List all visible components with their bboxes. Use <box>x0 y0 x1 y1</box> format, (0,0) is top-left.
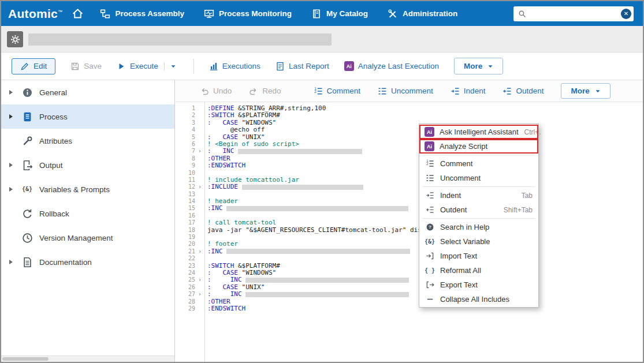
analyze-last-execution-button[interactable]: Ai Analyze Last Execution <box>344 61 439 71</box>
execute-button[interactable]: Execute <box>117 62 158 71</box>
fold-spacer <box>195 141 204 148</box>
script-editor[interactable]: 1:DEFINE &STRING_ARR#,string,1002:SWITCH… <box>176 102 643 362</box>
line-number: 11 <box>176 177 195 184</box>
code-line[interactable]: 12›:INCLUDE <box>176 184 643 190</box>
code-line[interactable]: 11! include tomcattool.jar <box>176 177 643 184</box>
code-line[interactable]: 14! header <box>176 198 643 205</box>
expand-chevron-icon[interactable] <box>9 114 13 119</box>
toolbar-divider <box>193 59 194 74</box>
code-line[interactable]: 6! <Begin of sudo script> <box>176 141 643 148</box>
scrollbar-thumb[interactable] <box>2 357 49 361</box>
context-menu-item-export-text[interactable]: Export Text <box>419 278 538 292</box>
fold-chevron-icon[interactable]: › <box>195 148 204 155</box>
ai-icon: Ai <box>425 141 434 151</box>
indent-button[interactable]: Indent <box>451 87 486 96</box>
fold-spacer <box>195 227 204 234</box>
redo-button[interactable]: Redo <box>249 87 281 96</box>
more-label: More <box>571 87 589 95</box>
chevron-down-icon <box>487 63 493 69</box>
save-button[interactable]: Save <box>70 62 102 71</box>
context-menu-item-reformat-all[interactable]: { }Reformat All <box>419 263 538 278</box>
fold-chevron-icon[interactable]: › <box>195 276 204 283</box>
expand-chevron-icon[interactable] <box>9 90 13 95</box>
nav-item-process-assembly[interactable]: Process Assembly <box>100 9 184 19</box>
code-line[interactable]: 26: CASE "UNIX" <box>176 284 643 291</box>
report-icon <box>276 62 285 71</box>
fold-chevron-icon[interactable]: › <box>195 248 204 255</box>
editor-more-button[interactable]: More <box>561 83 610 99</box>
search-input[interactable] <box>530 9 621 18</box>
menu-item-label: Reformat All <box>440 266 481 275</box>
code-line[interactable]: 27›: INC <box>176 291 643 298</box>
expand-chevron-icon[interactable] <box>9 260 13 264</box>
fold-chevron-icon[interactable]: › <box>195 291 204 298</box>
code-line[interactable]: 19 <box>176 234 643 241</box>
code-line[interactable]: 29:ENDSWITCH <box>176 305 643 312</box>
context-menu-item-search-in-help[interactable]: ?Search in Help <box>419 220 538 234</box>
menu-item-label: Import Text <box>440 252 477 260</box>
line-number: 29 <box>176 305 195 312</box>
code-line[interactable]: 9:ENDSWITCH <box>176 162 643 169</box>
nav-item-my-catalog[interactable]: My Catalog <box>311 9 368 19</box>
context-menu-item-import-text[interactable]: Import Text <box>419 249 538 263</box>
redacted-text-block <box>226 206 408 211</box>
context-menu-item-select-variable[interactable]: {&}Select Variable <box>419 234 538 249</box>
search-clear-button[interactable]: ✕ <box>621 9 631 19</box>
sidebar-item-general[interactable]: General <box>1 80 174 104</box>
redo-icon <box>249 87 258 96</box>
code-line[interactable]: 18java -jar "&$AGENT_RESOURCES_CLIENT#to… <box>176 227 643 234</box>
home-icon[interactable] <box>72 8 84 20</box>
code-line[interactable]: 28:OTHER <box>176 298 643 305</box>
context-menu-item-uncomment[interactable]: Uncomment <box>419 171 538 185</box>
context-menu-item-ask-intelligent-assistant[interactable]: AiAsk Intelligent AssistantCtrl+. <box>419 125 538 139</box>
fold-chevron-icon[interactable]: › <box>195 184 204 190</box>
sidebar-item-variables-prompts[interactable]: {&}Variables & Prompts <box>1 177 174 201</box>
sidebar-item-output[interactable]: Output <box>1 153 174 177</box>
sidebar-item-attributes[interactable]: Attributes <box>1 129 174 153</box>
execute-dropdown-button[interactable] <box>164 62 178 70</box>
comment-button[interactable]: 12 Comment <box>314 87 361 96</box>
toolbar-more-button[interactable]: More <box>454 58 503 74</box>
context-menu-item-comment[interactable]: 12Comment <box>419 156 538 171</box>
sidebar-item-rollback[interactable]: Rollback <box>1 201 174 226</box>
search-icon <box>518 10 526 18</box>
code-line[interactable]: 20! footer <box>176 241 643 248</box>
sidebar-item-documentation[interactable]: Documentation <box>1 250 174 274</box>
expand-chevron-icon[interactable] <box>9 163 13 167</box>
menu-item-label: Comment <box>440 159 472 168</box>
code-line[interactable]: 15:INC <box>176 205 643 212</box>
context-menu-item-collapse-all-includes[interactable]: Collapse All Includes <box>419 292 538 306</box>
code-line[interactable]: 8:OTHER <box>176 155 643 162</box>
sidebar-item-process[interactable]: Process <box>1 104 174 129</box>
undo-button[interactable]: Undo <box>200 87 232 96</box>
sidebar-item-version-management[interactable]: Version Management <box>1 226 174 250</box>
code-line[interactable]: 24: CASE "WINDOWS" <box>176 270 643 276</box>
comment-icon: 12 <box>314 87 323 96</box>
import-icon <box>425 251 435 261</box>
object-toolbar: Edit Save Execute Executions Last Report… <box>1 53 643 80</box>
last-report-button[interactable]: Last Report <box>276 62 329 71</box>
sidebar-item-label: Rollback <box>39 209 69 218</box>
undo-icon <box>200 87 209 96</box>
context-menu-item-analyze-script[interactable]: AiAnalyze Script <box>419 139 538 154</box>
nav-item-process-monitoring[interactable]: Process Monitoring <box>204 9 292 19</box>
context-menu-item-indent[interactable]: IndentTab <box>419 188 538 203</box>
code-line[interactable]: 21›:INC <box>176 248 643 255</box>
outdent-button[interactable]: Outdent <box>502 87 544 96</box>
code-line[interactable]: 7›: INC <box>176 148 643 155</box>
wrench-icon <box>21 135 33 147</box>
uncomment-button[interactable]: Uncomment <box>378 87 433 96</box>
context-menu-item-outdent[interactable]: OutdentShift+Tab <box>419 203 538 217</box>
nav-item-label: Process Monitoring <box>219 9 292 18</box>
edit-button[interactable]: Edit <box>12 58 55 74</box>
automic-logo: Automic™ <box>8 7 62 21</box>
code-text: :ENDSWITCH <box>204 162 245 169</box>
code-line[interactable]: 13 <box>176 191 643 198</box>
chevron-down-icon <box>595 88 601 94</box>
expand-chevron-icon[interactable] <box>9 187 13 192</box>
sidebar-horizontal-scrollbar[interactable] <box>1 355 174 362</box>
object-settings-button[interactable] <box>7 31 23 47</box>
line-number: 26 <box>176 284 195 291</box>
nav-item-administration[interactable]: Administration <box>388 9 457 19</box>
executions-button[interactable]: Executions <box>209 62 260 71</box>
